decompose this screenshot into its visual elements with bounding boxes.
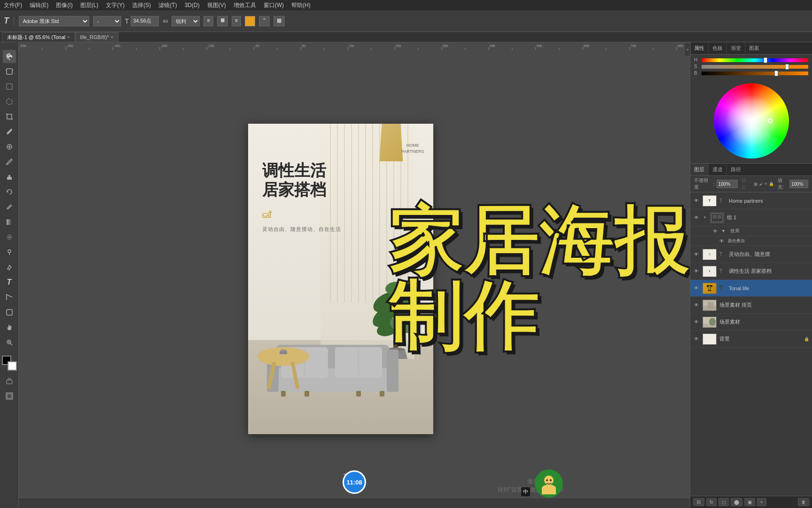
menu-3d[interactable]: 3D(D)	[185, 2, 200, 8]
tab-properties[interactable]: 属性	[690, 42, 709, 54]
layer-group1[interactable]: 👁 ▼ 组 1	[690, 209, 812, 226]
warp-text-button[interactable]: ⌃	[259, 16, 270, 26]
layer-tonal-life[interactable]: 👁 T T Tonal life	[690, 280, 812, 297]
menu-layer[interactable]: 图层(L)	[80, 1, 99, 9]
move-tool[interactable]	[3, 50, 16, 63]
b-slider-thumb[interactable]	[774, 71, 778, 76]
layer-color-overlay[interactable]: 👁 颜色叠加	[690, 236, 812, 246]
new-fill-layer-button[interactable]: ⬤	[731, 498, 742, 506]
font-style-select[interactable]: -	[93, 16, 121, 26]
healing-brush-tool[interactable]	[3, 140, 16, 153]
font-family-selector[interactable]: Adobe 黑体 Std	[19, 16, 89, 26]
color-wheel-container[interactable]	[690, 79, 812, 163]
quick-mask-tool[interactable]	[3, 374, 16, 388]
font-size-input[interactable]	[131, 16, 159, 26]
fill-input[interactable]	[789, 180, 808, 188]
lock-all-icon[interactable]: 🔒	[769, 182, 774, 186]
s-slider-thumb[interactable]	[785, 64, 789, 70]
opacity-input[interactable]	[717, 180, 738, 188]
menu-filter[interactable]: 滤镜(T)	[158, 1, 177, 9]
menu-window[interactable]: 窗口(W)	[264, 1, 284, 9]
layer-visibility-icon[interactable]: 👁	[693, 251, 700, 258]
h-slider-thumb[interactable]	[764, 57, 767, 63]
color-swatches[interactable]	[2, 356, 17, 371]
dodge-tool[interactable]	[3, 246, 16, 259]
menu-view[interactable]: 视图(V)	[207, 1, 226, 9]
artboard-tool[interactable]	[3, 65, 16, 78]
new-layer-button[interactable]: +	[757, 498, 766, 506]
layer-scene-material[interactable]: 👁 场景素材	[690, 314, 812, 331]
collapse-panel-button[interactable]: »	[684, 42, 691, 56]
color-wheel-cursor[interactable]	[768, 119, 773, 123]
lock-transparent-icon[interactable]: ▦	[754, 182, 758, 186]
menu-help[interactable]: 帮助(H)	[291, 1, 311, 9]
layer-subtitle-text[interactable]: 👁 T T 灵动自由、随意摆	[690, 246, 812, 263]
tab-pattern[interactable]: 图案	[745, 42, 763, 54]
layer-visibility-icon[interactable]: 👁	[693, 285, 700, 292]
brush-tool[interactable]	[3, 155, 16, 168]
tab-document1-close[interactable]: ×	[67, 35, 70, 40]
align-center-button[interactable]: ≣	[217, 16, 228, 26]
layer-visibility-icon[interactable]: 👁	[693, 214, 700, 221]
lock-image-icon[interactable]: 🖌	[759, 182, 763, 186]
history-brush-tool[interactable]	[3, 185, 16, 198]
h-slider-track[interactable]	[702, 58, 808, 62]
tab-swatches[interactable]: 色板	[709, 42, 727, 54]
color-wheel[interactable]	[714, 83, 789, 159]
background-color[interactable]	[8, 361, 17, 371]
layer-scene-material-paged[interactable]: 👁 场景素材 排页	[690, 297, 812, 314]
b-slider-track[interactable]	[702, 71, 808, 75]
lock-position-icon[interactable]: ✛	[764, 182, 768, 186]
marquee-tool[interactable]	[3, 80, 16, 93]
pen-tool[interactable]	[3, 261, 16, 274]
align-right-button[interactable]: ≡	[232, 16, 241, 26]
menu-select[interactable]: 选择(S)	[132, 1, 151, 9]
menu-image[interactable]: 图像(I)	[56, 1, 72, 9]
layer-visibility-icon[interactable]: 👁	[693, 198, 700, 204]
layer-effect-visibility[interactable]: 👁	[712, 228, 718, 234]
layer-visibility-icon[interactable]: 👁	[693, 336, 700, 342]
text-tool-icon[interactable]: T	[4, 16, 9, 26]
path-selection-tool[interactable]	[3, 291, 16, 304]
blur-tool[interactable]	[3, 230, 16, 244]
layer-visibility-icon[interactable]: 👁	[693, 302, 700, 309]
eraser-tool[interactable]	[3, 200, 16, 214]
eyedropper-tool[interactable]	[3, 125, 16, 138]
tab-paths[interactable]: 路径	[727, 164, 745, 175]
layer-home-partners[interactable]: 👁 T T Home partners	[690, 192, 812, 209]
tab-document1[interactable]: 未标题-1 @ 65.6% (Tonal ×	[2, 32, 75, 42]
lasso-tool[interactable]	[3, 95, 16, 108]
new-group-button[interactable]: ▣	[744, 498, 755, 506]
tab-layers[interactable]: 图层	[690, 164, 709, 175]
screen-mode-tool[interactable]	[3, 389, 16, 403]
s-slider-track[interactable]	[702, 65, 808, 69]
gradient-tool[interactable]	[3, 215, 16, 229]
layer-visibility-icon[interactable]: 👁	[693, 268, 700, 275]
character-panel-button[interactable]: ▦	[273, 16, 285, 26]
stamp-tool[interactable]	[3, 170, 16, 183]
antialiasing-select[interactable]: 锐利	[172, 16, 200, 26]
tab-document2[interactable]: life_RGB/8)* ×	[75, 32, 118, 42]
text-tool[interactable]: T	[3, 276, 16, 289]
crop-tool[interactable]	[3, 110, 16, 123]
add-mask-button[interactable]: ◻	[718, 498, 729, 506]
font-style-selector[interactable]: -	[93, 16, 121, 26]
shape-tool[interactable]	[3, 306, 16, 319]
tab-document2-close[interactable]: ×	[111, 35, 113, 40]
menu-edit[interactable]: 编辑(E)	[30, 1, 48, 9]
layer-expand-icon[interactable]: ▼	[703, 215, 707, 220]
layer-subefffect-visibility[interactable]: 👁	[718, 238, 725, 244]
zoom-tool[interactable]	[3, 336, 16, 349]
hand-tool[interactable]	[3, 321, 16, 334]
layer-visibility-icon[interactable]: 👁	[693, 319, 700, 325]
menu-file[interactable]: 文件(F)	[4, 1, 22, 9]
menu-plugins[interactable]: 增效工具	[234, 1, 256, 9]
link-layers-button[interactable]: ⛓	[693, 498, 704, 506]
effect-expand-icon[interactable]: ▼	[721, 229, 726, 233]
tab-gradient[interactable]: 渐变	[727, 42, 745, 54]
delete-layer-button[interactable]: 🗑	[798, 498, 809, 506]
layer-effect-row[interactable]: 👁 ▼ 效果	[690, 226, 812, 236]
menu-text[interactable]: 文字(Y)	[106, 1, 125, 9]
font-family-select[interactable]: Adobe 黑体 Std	[19, 16, 89, 26]
add-style-button[interactable]: fx	[706, 498, 717, 506]
